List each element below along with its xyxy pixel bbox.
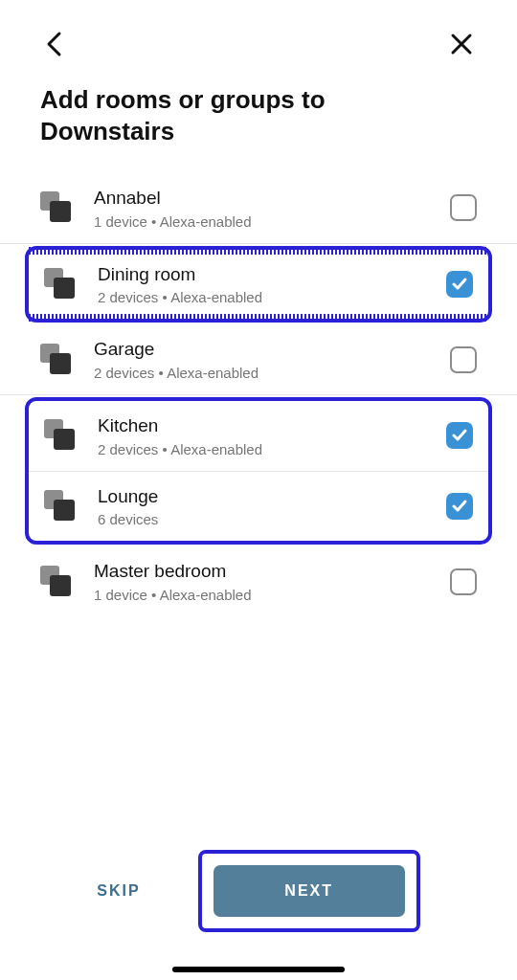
- next-button-highlight: NEXT: [198, 850, 420, 932]
- room-row-master-bedroom[interactable]: Master bedroom 1 device • Alexa-enabled: [0, 546, 517, 616]
- group-icon: [44, 268, 77, 301]
- group-icon: [44, 419, 77, 452]
- next-button[interactable]: NEXT: [214, 865, 405, 917]
- room-subtitle: 6 devices: [98, 511, 446, 527]
- room-subtitle: 1 device • Alexa-enabled: [94, 213, 450, 230]
- room-checkbox[interactable]: [450, 568, 477, 595]
- back-button[interactable]: [44, 31, 65, 57]
- room-name: Kitchen: [98, 414, 446, 438]
- room-row-dining-room[interactable]: Dining room 2 devices • Alexa-enabled: [29, 250, 488, 320]
- room-checkbox[interactable]: [446, 422, 473, 449]
- room-list: Annabel 1 device • Alexa-enabled Dining …: [0, 173, 517, 616]
- home-indicator: [172, 967, 345, 972]
- room-row-kitchen[interactable]: Kitchen 2 devices • Alexa-enabled: [29, 401, 488, 472]
- room-row-lounge[interactable]: Lounge 6 devices: [29, 472, 488, 542]
- room-subtitle: 2 devices • Alexa-enabled: [94, 365, 450, 381]
- room-subtitle: 2 devices • Alexa-enabled: [98, 289, 446, 305]
- group-icon: [40, 566, 73, 598]
- page-title-line1: Add rooms or groups to: [40, 85, 326, 114]
- room-row-annabel[interactable]: Annabel 1 device • Alexa-enabled: [0, 173, 517, 244]
- skip-button[interactable]: SKIP: [97, 882, 140, 900]
- group-icon: [40, 191, 73, 224]
- room-checkbox[interactable]: [450, 346, 477, 373]
- room-subtitle: 2 devices • Alexa-enabled: [98, 441, 446, 457]
- close-button[interactable]: [450, 33, 473, 56]
- room-name: Lounge: [98, 485, 446, 509]
- page-title: Add rooms or groups to Downstairs: [0, 57, 517, 146]
- group-icon: [40, 344, 73, 376]
- room-name: Dining room: [98, 263, 446, 287]
- room-name: Annabel: [94, 187, 450, 211]
- room-checkbox[interactable]: [450, 194, 477, 221]
- room-checkbox[interactable]: [446, 271, 473, 298]
- room-name: Master bedroom: [94, 560, 450, 584]
- room-name: Garage: [94, 338, 450, 362]
- page-title-line2: Downstairs: [40, 117, 174, 145]
- group-icon: [44, 490, 77, 523]
- room-checkbox[interactable]: [446, 493, 473, 520]
- room-row-garage[interactable]: Garage 2 devices • Alexa-enabled: [0, 324, 517, 395]
- room-subtitle: 1 device • Alexa-enabled: [94, 587, 450, 603]
